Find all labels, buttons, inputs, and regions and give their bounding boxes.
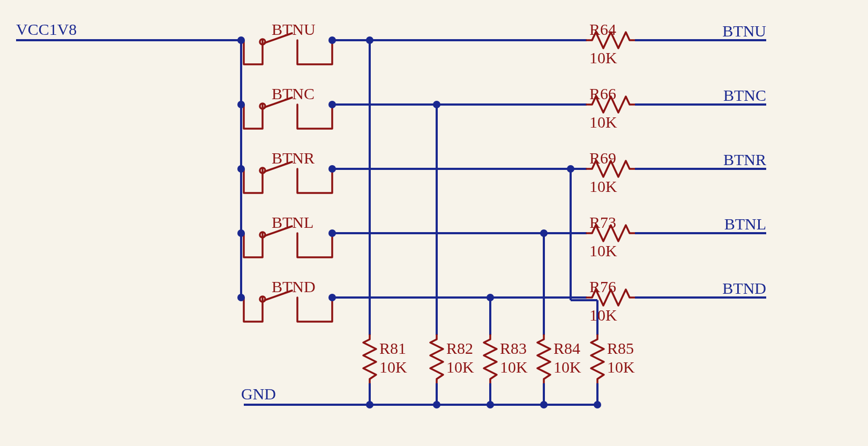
resistor-r66: R66 10K	[587, 85, 635, 131]
svg-point-32	[328, 165, 336, 173]
svg-point-48	[487, 294, 494, 301]
series-r4-val: 10K	[589, 306, 617, 324]
pd-r2-val: 10K	[500, 358, 528, 376]
svg-point-49	[237, 294, 245, 301]
net-out-2: BTNR	[723, 151, 766, 168]
net-out-0: BTNU	[722, 22, 766, 40]
resistor-r64: R64 10K	[587, 20, 635, 66]
switch-btnu: BTNU	[244, 20, 332, 64]
svg-point-40	[237, 229, 245, 237]
resistor-r83: R83 10K	[484, 335, 528, 408]
svg-point-12	[328, 36, 336, 44]
button-3-label: BTNL	[272, 213, 313, 231]
svg-point-52	[366, 401, 373, 408]
switch-btnd: BTND	[244, 278, 332, 322]
net-out-3: BTNL	[724, 215, 766, 233]
pd-r1-val: 10K	[446, 358, 474, 376]
pd-r3-val: 10K	[553, 358, 581, 376]
net-out-4: BTND	[722, 279, 766, 297]
svg-point-31	[237, 165, 245, 173]
svg-point-58	[540, 401, 548, 408]
svg-point-11	[237, 36, 245, 44]
pd-r3-ref: R84	[553, 339, 580, 357]
switch-btnl: BTNL	[244, 213, 332, 257]
button-1-label: BTNC	[272, 85, 315, 102]
button-4-label: BTND	[272, 278, 316, 295]
resistor-r82: R82 10K	[430, 335, 474, 408]
svg-point-19	[433, 101, 440, 108]
pd-r4-ref: R85	[607, 339, 634, 357]
resistor-r73: R73 10K	[587, 213, 635, 259]
svg-point-41	[328, 229, 336, 237]
svg-point-21	[328, 101, 336, 108]
button-2-label: BTNR	[272, 149, 315, 167]
svg-point-56	[487, 401, 494, 408]
pd-r2-ref: R83	[500, 339, 527, 357]
pd-r0-val: 10K	[379, 358, 407, 376]
net-vcc: VCC1V8	[16, 20, 77, 38]
series-r1-val: 10K	[589, 113, 617, 131]
svg-point-10	[366, 36, 373, 44]
pd-r1-ref: R82	[446, 339, 473, 357]
pd-r4-val: 10K	[607, 358, 635, 376]
pd-r0-ref: R81	[379, 339, 406, 357]
net-out-1: BTNC	[723, 86, 766, 104]
switch-btnr: BTNR	[244, 149, 332, 193]
resistor-r69: R69 10K	[587, 149, 635, 195]
resistor-r84: R84 10K	[537, 335, 581, 408]
resistor-r81: R81 10K	[363, 335, 407, 408]
button-0-label: BTNU	[272, 20, 316, 38]
svg-point-54	[433, 401, 440, 408]
series-r3-val: 10K	[589, 242, 617, 259]
resistor-r85: R85 10K	[591, 335, 635, 408]
svg-point-20	[237, 101, 245, 108]
svg-point-60	[594, 401, 601, 408]
svg-point-39	[540, 229, 548, 237]
switch-btnc: BTNC	[244, 85, 332, 129]
svg-point-50	[328, 294, 336, 301]
series-r2-val: 10K	[589, 177, 617, 195]
net-gnd: GND	[241, 385, 276, 403]
series-r0-val: 10K	[589, 49, 617, 66]
